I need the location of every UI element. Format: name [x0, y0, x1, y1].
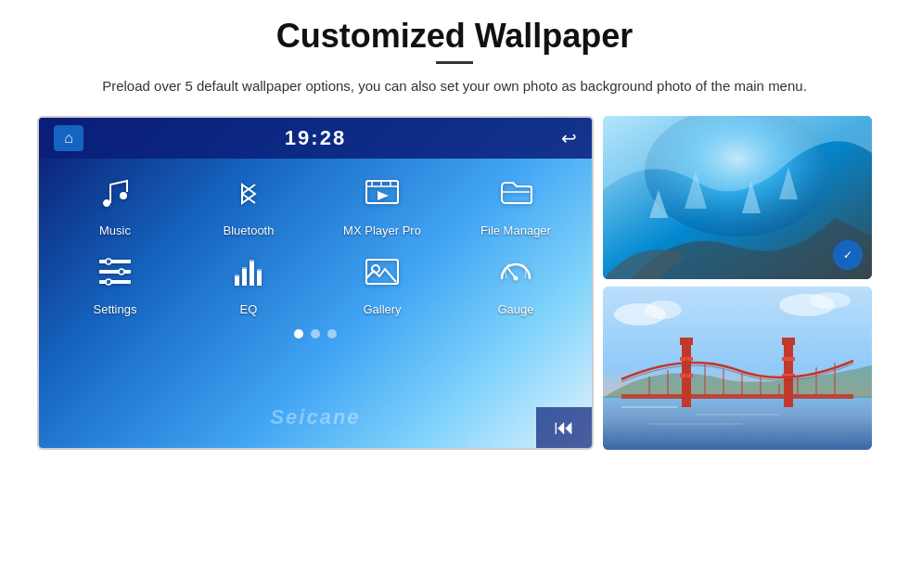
app-gallery[interactable]: Gallery [336, 247, 429, 316]
svg-rect-41 [782, 357, 795, 361]
svg-rect-21 [257, 269, 262, 271]
svg-rect-8 [99, 260, 131, 263]
app-settings[interactable]: Settings [69, 247, 161, 316]
page-title: Customized Wallpaper [276, 17, 634, 56]
eq-icon-wrap [224, 247, 274, 297]
page-subtitle: Preload over 5 default wallpaper options… [102, 75, 807, 97]
app-music-label: Music [99, 224, 131, 237]
svg-marker-6 [378, 191, 389, 200]
svg-rect-19 [242, 267, 247, 269]
app-gauge-label: Gauge [497, 302, 533, 316]
dot-1 [294, 329, 303, 339]
app-filemanager-label: File Manager [480, 224, 551, 237]
svg-rect-55 [621, 394, 853, 399]
page-dots [48, 329, 583, 339]
title-divider [436, 61, 473, 64]
svg-point-11 [106, 259, 111, 264]
app-eq-label: EQ [240, 302, 258, 316]
notification-badge: ✓ [833, 240, 863, 270]
photo-golden-gate [603, 287, 872, 450]
bluetooth-icon-wrap [224, 168, 274, 218]
photo-ice-cave: ✓ [603, 116, 872, 279]
dot-3 [327, 329, 337, 339]
gallery-icon-wrap [357, 247, 407, 297]
skip-back-icon: ⏮ [554, 415, 574, 440]
filemanager-icon-wrap [491, 168, 541, 218]
app-bluetooth[interactable]: Bluetooth [202, 168, 295, 237]
app-eq[interactable]: EQ [202, 247, 295, 316]
svg-rect-16 [250, 262, 254, 286]
settings-icon-wrap [90, 247, 140, 297]
app-settings-label: Settings [94, 302, 137, 316]
car-screen: ⌂ 19:28 ↩ [37, 116, 594, 450]
back-icon[interactable]: ↩ [561, 127, 577, 149]
svg-point-59 [810, 292, 851, 309]
svg-point-57 [645, 300, 682, 319]
mxplayer-icon-wrap [357, 168, 407, 218]
svg-rect-9 [99, 270, 131, 274]
app-mxplayer-label: MX Player Pro [343, 224, 421, 237]
svg-rect-10 [99, 280, 131, 284]
app-row-2: Settings [48, 247, 583, 316]
svg-rect-18 [235, 275, 239, 276]
home-button[interactable]: ⌂ [54, 125, 83, 151]
right-photos: ✓ [603, 116, 872, 450]
svg-rect-20 [250, 260, 254, 262]
svg-rect-1 [366, 181, 398, 203]
svg-rect-14 [235, 276, 239, 286]
svg-rect-39 [782, 338, 795, 345]
app-gallery-label: Gallery [363, 302, 401, 316]
time-display: 19:28 [285, 126, 346, 150]
notification-icon: ✓ [843, 249, 852, 262]
svg-point-24 [514, 276, 519, 281]
app-row-1: Music Bluetooth [48, 168, 583, 237]
screen-main: Music Bluetooth [39, 159, 592, 448]
screen-topbar: ⌂ 19:28 ↩ [39, 118, 592, 159]
app-music[interactable]: Music [69, 168, 161, 237]
app-bluetooth-label: Bluetooth [224, 224, 275, 237]
dot-2 [311, 329, 320, 339]
seicane-watermark: Seicane [270, 405, 360, 429]
app-gauge[interactable]: Gauge [469, 247, 562, 316]
svg-rect-15 [242, 269, 247, 286]
music-icon-wrap [90, 168, 140, 218]
skip-back-button[interactable]: ⏮ [536, 407, 592, 448]
svg-point-0 [120, 192, 127, 199]
svg-rect-32 [603, 396, 872, 450]
svg-rect-17 [257, 271, 262, 286]
gauge-icon-wrap [491, 247, 541, 297]
app-mxplayer[interactable]: MX Player Pro [336, 168, 429, 237]
content-area: ⌂ 19:28 ↩ [37, 116, 872, 450]
svg-point-12 [119, 269, 124, 275]
svg-point-13 [106, 279, 111, 285]
home-icon: ⌂ [64, 130, 73, 147]
app-filemanager[interactable]: File Manager [469, 168, 562, 237]
svg-rect-38 [680, 338, 693, 345]
